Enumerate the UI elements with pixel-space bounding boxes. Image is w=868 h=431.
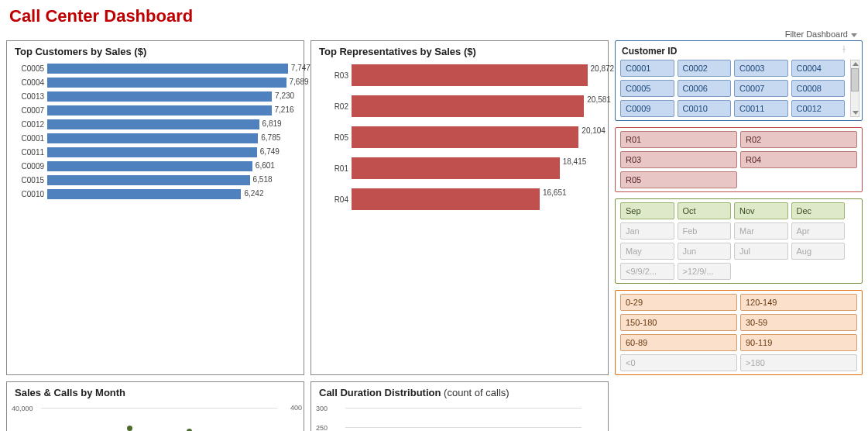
slicer-chip[interactable]: Jul <box>734 243 788 260</box>
slicer-chip[interactable]: Oct <box>678 202 732 219</box>
slicer-chip[interactable]: C0009 <box>620 100 674 117</box>
slicer-chip[interactable]: C0003 <box>734 60 788 77</box>
bar-row: C00077,216 <box>15 104 296 117</box>
bar-row: C00137,230 <box>15 90 296 103</box>
bar <box>47 105 272 116</box>
duration-slicer: 0-29120-149150-18030-5960-8990-119<0>180 <box>615 290 863 375</box>
slicer-chip[interactable]: May <box>620 243 674 260</box>
bar-label: C0009 <box>15 162 47 171</box>
slicer-chip[interactable]: Sep <box>620 202 674 219</box>
slicer-chip[interactable]: R05 <box>620 171 737 188</box>
bar-label: C0012 <box>15 120 47 129</box>
slicer-chip[interactable]: C0012 <box>791 100 846 117</box>
month-slicer: SepOctNovDecJanFebMarAprMayJunJulAug<9/9… <box>615 198 863 284</box>
top-customers-panel: Top Customers by Sales ($) C00057,747C00… <box>6 40 304 375</box>
slicer-chip[interactable]: >180 <box>740 354 857 371</box>
bar <box>352 126 578 148</box>
slicer-chip[interactable]: C0011 <box>734 100 788 117</box>
slicer-chip[interactable]: R03 <box>620 151 737 168</box>
bar-row: C00156,518 <box>15 174 296 187</box>
bar <box>352 157 560 179</box>
slicer-chip[interactable]: C0008 <box>791 80 846 97</box>
slicer-chip[interactable]: 150-180 <box>620 314 737 331</box>
scrollbar[interactable] <box>850 60 859 117</box>
slicer-chip[interactable]: R01 <box>620 131 737 148</box>
slicer-chip[interactable]: 120-149 <box>740 294 857 311</box>
bar-label: C0005 <box>15 64 47 73</box>
chart-title: Top Representatives by Sales ($) <box>311 41 608 59</box>
slicer-chip[interactable]: Feb <box>678 222 732 240</box>
bar-label: R02 <box>319 102 352 111</box>
bar <box>352 95 584 117</box>
slicer-chip[interactable]: <0 <box>620 354 737 371</box>
slicer-chip[interactable]: 0-29 <box>620 294 737 311</box>
bar <box>352 64 588 86</box>
top-reps-panel: Top Representatives by Sales ($) R0320,8… <box>310 40 609 375</box>
slicer-chip[interactable]: C0007 <box>734 80 788 97</box>
bar-value: 7,689 <box>290 78 309 86</box>
slicer-chip[interactable]: C0010 <box>678 100 732 117</box>
bar <box>47 133 258 143</box>
slicer-title: Customer ID <box>620 44 857 60</box>
bar-row: C00116,749 <box>15 146 296 159</box>
bar-value: 6,819 <box>262 119 282 128</box>
slicer-chip[interactable]: Aug <box>791 243 846 260</box>
bar-row: R0416,651 <box>319 186 600 212</box>
slicer-chip[interactable]: R04 <box>740 151 857 168</box>
slicer-chip[interactable]: <9/9/2... <box>620 263 674 280</box>
chart-title: Top Customers by Sales ($) <box>7 41 304 59</box>
slicer-chip[interactable]: Apr <box>791 222 846 240</box>
bar <box>47 91 272 102</box>
slicer-chip[interactable]: C0002 <box>678 60 732 77</box>
bar-label: C0004 <box>15 78 47 87</box>
bar-value: 20,104 <box>582 126 606 135</box>
slicer-chip[interactable]: Dec <box>791 202 846 219</box>
bar <box>47 78 286 88</box>
bar <box>352 188 540 210</box>
bar-label: C0010 <box>15 190 47 198</box>
bar-value: 16,651 <box>543 188 567 197</box>
slicer-chip[interactable]: Jun <box>678 243 732 260</box>
bar-value: 20,872 <box>591 64 615 73</box>
bar-value: 6,749 <box>260 147 280 156</box>
slicer-chip[interactable]: C0005 <box>620 80 674 97</box>
bar <box>47 64 288 74</box>
bar-row: R0220,581 <box>319 93 600 119</box>
bar-value: 6,518 <box>253 175 273 184</box>
bar-label: R01 <box>319 164 352 173</box>
slicer-chip[interactable]: C0006 <box>678 80 732 97</box>
slicer-chip[interactable]: 90-119 <box>740 334 857 351</box>
bar-row: C00047,689 <box>15 76 296 89</box>
slicer-chip[interactable]: Jan <box>620 222 674 240</box>
bar-value: 6,601 <box>256 161 275 170</box>
bar-row: R0520,104 <box>319 124 600 150</box>
slicer-chip[interactable]: Nov <box>734 202 788 219</box>
filter-dashboard-button[interactable]: Filter Dashboard <box>785 29 857 39</box>
slicer-chip[interactable]: 30-59 <box>740 314 857 331</box>
bar-row: C00096,601 <box>15 160 296 173</box>
bar-value: 7,216 <box>275 105 294 114</box>
call-duration-panel: Call Duration Distribution (count of cal… <box>310 381 609 431</box>
bar <box>47 189 241 199</box>
bar <box>47 161 252 171</box>
funnel-icon[interactable]: ⟊ <box>842 44 846 53</box>
sales-calls-panel: Sales & Calls by Month 020,00040,0000200… <box>6 381 304 431</box>
slicer-chip[interactable]: C0001 <box>620 60 674 77</box>
slicer-chip[interactable]: R02 <box>740 131 857 148</box>
bar-value: 7,230 <box>275 91 294 100</box>
bar-row: C00126,819 <box>15 118 296 131</box>
slicer-chip[interactable]: 60-89 <box>620 334 737 351</box>
slicer-chip[interactable]: >12/9/... <box>678 263 732 280</box>
bar-row: C00016,785 <box>15 132 296 145</box>
bar-row: R0320,872 <box>319 62 600 88</box>
bar-row: C00106,242 <box>15 188 296 201</box>
bar-label: C0001 <box>15 134 47 143</box>
bar-label: R05 <box>319 133 352 142</box>
bar-label: R03 <box>319 71 352 80</box>
chart-title: Sales & Calls by Month <box>7 382 304 400</box>
slicer-chip[interactable]: Mar <box>734 222 788 240</box>
bar <box>47 175 250 185</box>
slicer-chip[interactable]: C0004 <box>791 60 846 77</box>
bar-value: 18,415 <box>563 157 587 166</box>
bar <box>47 147 257 157</box>
